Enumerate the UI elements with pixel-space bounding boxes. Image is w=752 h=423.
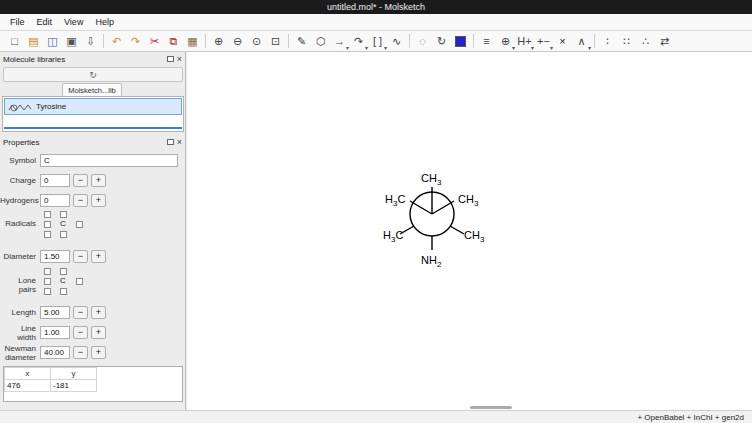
library-tab[interactable]: Molsketch...lib xyxy=(62,83,122,96)
paste-button[interactable]: ▦ xyxy=(183,32,202,50)
line-width-input[interactable] xyxy=(40,326,70,339)
newman-diameter-increment-button[interactable]: + xyxy=(91,346,106,359)
color-picker-button[interactable] xyxy=(451,32,470,50)
atom-label-lower-left[interactable]: H3C xyxy=(383,229,403,244)
coordinates-table[interactable]: x y 476 -181 xyxy=(4,367,97,392)
zoom-fit-button[interactable]: ⊡ xyxy=(266,32,285,50)
library-list[interactable]: Tyrosine xyxy=(2,96,184,132)
rotate-tool-icon: ↻ xyxy=(437,36,446,47)
mechanism-arrow-icon: ↷ xyxy=(354,36,363,47)
atom-label-part: H xyxy=(383,229,391,241)
radical-checkbox[interactable] xyxy=(44,221,51,228)
new-document-button[interactable]: □ xyxy=(5,32,24,50)
float-dock-icon[interactable] xyxy=(167,139,174,145)
charge-decrement-button[interactable]: − xyxy=(73,174,88,187)
draw-tool-button[interactable]: ✎ xyxy=(292,32,311,50)
charge-tool-icon: ⊕ xyxy=(501,36,510,47)
diameter-input[interactable] xyxy=(40,250,70,263)
radical-button[interactable]: ∷ xyxy=(617,32,636,50)
menu-edit[interactable]: Edit xyxy=(31,15,59,29)
undo-button[interactable]: ↶ xyxy=(107,32,126,50)
newman-diameter-input[interactable] xyxy=(40,346,70,359)
length-decrement-button[interactable]: − xyxy=(73,306,88,319)
hydrogens-input[interactable] xyxy=(40,194,70,207)
charge-increment-button[interactable]: + xyxy=(91,174,106,187)
drawing-canvas[interactable]: CH3 H3C CH3 H3C CH3 NH2 xyxy=(187,52,752,410)
bracket-tool-button[interactable]: [ ]▾ xyxy=(368,32,387,50)
diameter-increment-button[interactable]: + xyxy=(91,250,106,263)
atom-label-lower-right[interactable]: CH3 xyxy=(464,229,485,244)
flip-tool-button[interactable]: ∧▾ xyxy=(572,32,591,50)
rotate-tool-button[interactable]: ↻ xyxy=(432,32,451,50)
reaction-arrow-button[interactable]: →▾ xyxy=(330,32,349,50)
reload-library-button[interactable]: ↻ xyxy=(3,67,183,82)
hydrogen-tool-button[interactable]: H+▾ xyxy=(515,32,534,50)
lone-pair-checkbox[interactable] xyxy=(44,288,51,295)
atom-label-upper-left[interactable]: H3C xyxy=(385,193,405,208)
lone-pair-checkbox[interactable] xyxy=(60,288,67,295)
float-dock-icon[interactable] xyxy=(167,56,174,62)
zoom-original-button[interactable]: ⊙ xyxy=(247,32,266,50)
coordinates-data-row[interactable]: 476 -181 xyxy=(5,380,97,392)
newman-diameter-decrement-button[interactable]: − xyxy=(73,346,88,359)
radical-checkbox[interactable] xyxy=(76,221,83,228)
atom-label-subscript: 3 xyxy=(480,235,485,244)
close-dock-icon[interactable]: × xyxy=(177,55,182,63)
lone-pair-checkbox[interactable] xyxy=(44,278,51,285)
zoom-in-button[interactable]: ⊕ xyxy=(209,32,228,50)
radical-checkbox[interactable] xyxy=(60,211,67,218)
length-input[interactable] xyxy=(40,306,70,319)
coordinate-y-cell[interactable]: -181 xyxy=(51,380,97,392)
color-swatch-icon xyxy=(455,36,466,47)
zoom-out-icon: ⊖ xyxy=(233,36,242,47)
cut-button[interactable]: ✂ xyxy=(145,32,164,50)
lone-pair-checkbox[interactable] xyxy=(44,268,51,275)
radical-checkbox[interactable] xyxy=(44,231,51,238)
lone-pair-checkbox[interactable] xyxy=(60,268,67,275)
line-width-increment-button[interactable]: + xyxy=(91,326,106,339)
electron-button[interactable]: ∴ xyxy=(636,32,655,50)
hydrogens-increment-button[interactable]: + xyxy=(91,194,106,207)
redo-button[interactable]: ↷ xyxy=(126,32,145,50)
align-button[interactable]: ≡ xyxy=(477,32,496,50)
diameter-decrement-button[interactable]: − xyxy=(73,250,88,263)
menu-view[interactable]: View xyxy=(58,15,89,29)
menu-help[interactable]: Help xyxy=(89,15,120,29)
delete-tool-button[interactable]: × xyxy=(553,32,572,50)
chain-tool-button[interactable]: ∿ xyxy=(387,32,406,50)
mechanism-arrow-button[interactable]: ↷▾ xyxy=(349,32,368,50)
hydrogens-decrement-button[interactable]: − xyxy=(73,194,88,207)
lone-pair-button[interactable]: ∶ xyxy=(598,32,617,50)
convert-button[interactable]: ⇄ xyxy=(655,32,674,50)
horizontal-scrollbar[interactable] xyxy=(470,406,512,409)
export-icon: ⇩ xyxy=(86,36,95,47)
export-button[interactable]: ⇩ xyxy=(81,32,100,50)
atom-label-part: H xyxy=(385,193,393,205)
symbol-row: Symbol xyxy=(0,153,185,168)
copy-button[interactable]: ⧉ xyxy=(164,32,183,50)
atom-label-bottom[interactable]: NH2 xyxy=(421,254,442,269)
window-titlebar[interactable]: untitled.mol* - Molsketch xyxy=(0,0,752,14)
symbol-input[interactable] xyxy=(40,154,178,167)
close-dock-icon[interactable]: × xyxy=(177,138,182,146)
library-item-tyrosine[interactable]: Tyrosine xyxy=(4,98,182,115)
coordinate-x-cell[interactable]: 476 xyxy=(5,380,51,392)
save-file-button[interactable]: ◫ xyxy=(43,32,62,50)
menu-file[interactable]: File xyxy=(4,15,31,29)
open-file-button[interactable]: ▤ xyxy=(24,32,43,50)
charge-tool-button[interactable]: ⊕▾ xyxy=(496,32,515,50)
lasso-tool-button[interactable]: ◌ xyxy=(413,32,432,50)
radical-checkbox[interactable] xyxy=(44,211,51,218)
atom-label-top[interactable]: CH3 xyxy=(421,172,442,187)
radicals-center-symbol: C xyxy=(60,219,66,228)
line-width-decrement-button[interactable]: − xyxy=(73,326,88,339)
increment-decrement-button[interactable]: +−▾ xyxy=(534,32,553,50)
charge-input[interactable] xyxy=(40,174,70,187)
print-button[interactable]: ▣ xyxy=(62,32,81,50)
radical-checkbox[interactable] xyxy=(60,231,67,238)
length-increment-button[interactable]: + xyxy=(91,306,106,319)
ring-tool-button[interactable]: ⬡ xyxy=(311,32,330,50)
zoom-out-button[interactable]: ⊖ xyxy=(228,32,247,50)
lone-pair-checkbox[interactable] xyxy=(76,278,83,285)
atom-label-upper-right[interactable]: CH3 xyxy=(458,193,479,208)
